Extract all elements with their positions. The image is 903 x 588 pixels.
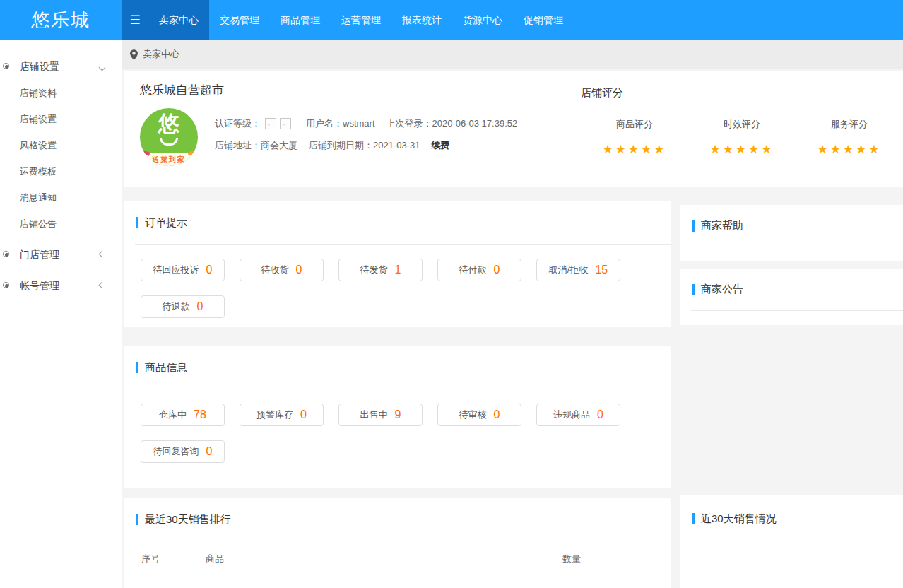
divider	[691, 543, 903, 543]
nav-item-operation-management[interactable]: 运营管理	[331, 0, 391, 40]
stat-button-on-sale[interactable]: 出售中 9	[338, 404, 423, 426]
main-content: 悠乐城自营超市 悠 送菜到家 认证等级： ⌐ ⌐ 用户名：	[122, 69, 903, 588]
sidebar-group-shop-settings[interactable]: 店铺设置	[0, 53, 122, 80]
sidebar-item-shop-settings[interactable]: 店铺设置	[0, 106, 122, 132]
chevron-left-icon	[99, 282, 106, 289]
stat-label: 预警库存	[256, 408, 293, 421]
stat-count: 0	[206, 445, 213, 458]
stat-count: 0	[300, 408, 307, 421]
star-rating-icons: ★★★★★	[581, 142, 688, 157]
stat-count: 0	[206, 264, 213, 276]
stat-count: 0	[494, 264, 500, 276]
accent-bar	[692, 284, 695, 295]
last-login-label: 上次登录：	[386, 117, 432, 130]
stat-button-violation-goods[interactable]: 违规商品 0	[536, 404, 620, 426]
sidebar-group-label: 门店管理	[20, 249, 59, 260]
sidebar-item-style-settings[interactable]: 风格设置	[0, 132, 122, 158]
stat-button-pending-consultation[interactable]: 待回复咨询 0	[141, 440, 225, 463]
accent-bar	[136, 217, 138, 228]
sidebar-group-account-management[interactable]: 帐号管理	[0, 272, 122, 299]
column-header-quantity: 数量	[562, 553, 654, 565]
expire-label: 店铺到期日期：	[309, 139, 373, 152]
sidebar-group-label: 帐号管理	[20, 280, 59, 291]
accent-bar	[692, 220, 695, 232]
column-header-index: 序号	[141, 553, 206, 565]
stat-label: 待回应投诉	[153, 264, 199, 276]
shop-info: 悠乐城自营超市 悠 送菜到家 认证等级： ⌐ ⌐ 用户名：	[124, 71, 565, 187]
stat-button-pending-review[interactable]: 待审核 0	[437, 404, 521, 426]
accent-bar	[136, 514, 138, 525]
cert-badge-broken-image-icon: ⌐	[265, 118, 276, 129]
rating-timeliness-label: 时效评分	[688, 118, 796, 131]
stat-label: 待审核	[459, 408, 487, 421]
bullseye-icon	[3, 282, 9, 288]
hamburger-menu-icon[interactable]: ☰	[122, 0, 148, 40]
merchant-announcement-title: 商家公告	[701, 283, 743, 296]
stat-button-in-warehouse[interactable]: 仓库中 78	[141, 404, 225, 426]
shop-info-card: 悠乐城自营超市 悠 送菜到家 认证等级： ⌐ ⌐ 用户名：	[124, 71, 903, 187]
stat-button-cancel-reject[interactable]: 取消/拒收 15	[536, 259, 620, 281]
stat-label: 仓库中	[159, 408, 187, 421]
order-tips-card: 订单提示 待回应投诉 0 待收货 0 待发货 1	[124, 201, 671, 327]
stat-button-pending-receipt[interactable]: 待收货 0	[240, 259, 324, 281]
stat-button-pending-payment[interactable]: 待付款 0	[437, 259, 521, 281]
merchant-announcement-panel: 商家公告	[680, 269, 903, 325]
chevron-left-icon	[99, 251, 106, 258]
stat-count: 9	[395, 408, 401, 421]
location-pin-icon	[130, 49, 138, 60]
stat-label: 待回复咨询	[153, 445, 199, 458]
nav-item-seller-center[interactable]: 卖家中心	[148, 0, 209, 40]
shop-logo-banner: 送菜到家	[140, 153, 198, 166]
username-label: 用户名：	[306, 117, 343, 130]
nav-item-promotion-management[interactable]: 促销管理	[513, 0, 574, 40]
shop-meta: 认证等级： ⌐ ⌐ 用户名： wstmart 上次登录： 2020-06-03 …	[215, 108, 529, 166]
sales-rank-table-header: 序号 商品 数量	[124, 541, 671, 577]
stat-label: 出售中	[360, 408, 388, 421]
bullseye-icon	[3, 63, 9, 69]
cert-level-label: 认证等级：	[215, 117, 261, 130]
sales-rank-title: 最近30天销售排行	[145, 513, 231, 527]
sales-30days-panel: 近30天销售情况	[680, 495, 903, 588]
stat-label: 待收货	[261, 264, 289, 276]
sidebar-item-message-notification[interactable]: 消息通知	[0, 184, 122, 211]
sales-30days-title: 近30天销售情况	[701, 512, 777, 526]
stat-button-low-stock-alert[interactable]: 预警库存 0	[240, 404, 324, 426]
rating-service: 服务评分 ★★★★★	[796, 118, 903, 157]
stat-button-pending-refund[interactable]: 待退款 0	[141, 295, 225, 318]
divider	[691, 310, 903, 311]
column-header-goods: 商品	[206, 553, 562, 565]
nav-item-supply-center[interactable]: 货源中心	[452, 0, 513, 40]
username-value: wstmart	[343, 118, 375, 129]
stat-count: 78	[194, 408, 206, 421]
stat-button-pending-complaints[interactable]: 待回应投诉 0	[141, 259, 225, 281]
sidebar-group-store-management[interactable]: 门店管理	[0, 241, 122, 268]
stat-label: 待发货	[360, 264, 388, 276]
breadcrumb: 卖家中心	[122, 40, 903, 69]
stat-label: 取消/拒收	[549, 264, 589, 276]
rating-goods-label: 商品评分	[581, 118, 688, 131]
stat-count: 0	[494, 408, 500, 421]
stat-count: 0	[197, 300, 203, 313]
sidebar-item-freight-template[interactable]: 运费模板	[0, 158, 122, 184]
accent-bar	[136, 362, 138, 373]
shop-logo: 悠 送菜到家	[140, 108, 198, 166]
stat-count: 1	[395, 264, 401, 276]
renew-link[interactable]: 续费	[432, 139, 450, 152]
shop-logo-character: 悠	[140, 110, 198, 139]
topbar: 悠乐城 ☰ 卖家中心 交易管理 商品管理 运营管理 报表统计 货源中心 促销管理	[0, 0, 903, 40]
brand-logo: 悠乐城	[0, 0, 122, 40]
merchant-help-title: 商家帮助	[701, 219, 743, 233]
bullseye-icon	[3, 251, 9, 257]
sidebar-item-shop-announcement[interactable]: 店铺公告	[0, 211, 122, 237]
last-login-value: 2020-06-03 17:39:52	[432, 118, 518, 129]
top-navigation: ☰ 卖家中心 交易管理 商品管理 运营管理 报表统计 货源中心 促销管理	[122, 0, 574, 40]
nav-item-trade-management[interactable]: 交易管理	[209, 0, 270, 40]
rating-timeliness: 时效评分 ★★★★★	[688, 118, 796, 157]
address-label: 店铺地址：	[215, 139, 261, 152]
star-rating-icons: ★★★★★	[688, 142, 796, 157]
nav-item-report-statistics[interactable]: 报表统计	[391, 0, 452, 40]
sales-rank-card: 最近30天销售排行 序号 商品 数量	[124, 498, 671, 588]
sidebar-item-shop-profile[interactable]: 店铺资料	[0, 80, 122, 106]
nav-item-goods-management[interactable]: 商品管理	[270, 0, 331, 40]
stat-button-pending-shipment[interactable]: 待发货 1	[338, 259, 423, 281]
